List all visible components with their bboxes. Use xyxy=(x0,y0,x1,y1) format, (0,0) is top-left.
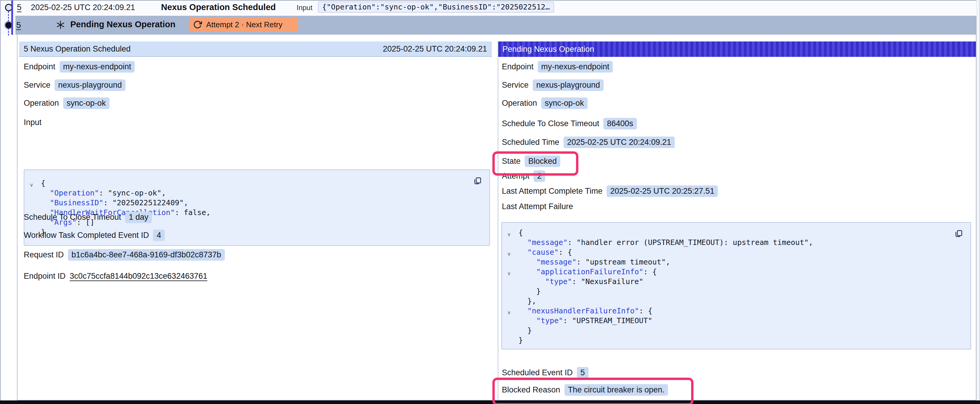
field-value-chip: nexus-playground xyxy=(54,79,126,91)
json-line: "BusinessID": "20250225122409", xyxy=(24,198,489,208)
field-label: Operation xyxy=(24,99,59,108)
json-line: ∨{ xyxy=(502,228,970,238)
event-timeline-gutter xyxy=(1,1,16,35)
field-row-state: StateBlocked xyxy=(502,155,560,167)
json-line: ∨"cause": { xyxy=(502,247,970,257)
panel-title: Pending Nexus Operation xyxy=(503,45,594,54)
field-label: State xyxy=(502,157,520,166)
field-row-service: Servicenexus-playground xyxy=(502,79,604,90)
timeline-node-filled-dot xyxy=(5,22,12,29)
window-border-left xyxy=(0,0,1,401)
field-label: Schedule To Close Timeout xyxy=(502,119,599,128)
event-id-link[interactable]: 5 xyxy=(16,21,21,30)
field-row-input: Input xyxy=(24,117,41,128)
json-line: ∨"applicationFailureInfo": { xyxy=(502,267,970,277)
json-viewer-last-attempt-failure: ∨{"message": "handler error (UPSTREAM_TI… xyxy=(501,222,971,350)
field-label: Blocked Reason xyxy=(502,385,560,394)
json-line: "type": "NexusFailure" xyxy=(502,277,970,287)
field-label: Request ID xyxy=(24,250,64,260)
field-row-schedule-to-close-timeout: Schedule To Close Timeout86400s xyxy=(502,118,637,129)
json-line: } xyxy=(502,325,970,335)
pending-asterisk-icon xyxy=(56,20,65,30)
field-row-attempt: Attempt2 xyxy=(502,170,545,182)
field-row-operation: Operationsync-op-ok xyxy=(24,97,110,109)
window-bottom-bar xyxy=(0,401,980,404)
field-value-chip: Blocked xyxy=(525,155,560,167)
field-value-chip: 4 xyxy=(153,230,165,241)
field-value-chip: 2025-02-25 UTC 20:24:09.21 xyxy=(563,136,675,148)
field-row-workflow-task-completed-event-id: Workflow Task Completed Event ID4 xyxy=(24,230,165,241)
field-row-endpoint: Endpointmy-nexus-endpoint xyxy=(24,61,135,72)
field-label: Service xyxy=(24,81,51,90)
retry-badge: Attempt 2 · Next Retry xyxy=(189,18,298,32)
field-label: Operation xyxy=(502,99,537,108)
event-detail-panel-scheduled: 5 Nexus Operation Scheduled 2025-02-25 U… xyxy=(19,41,492,401)
field-row-endpoint: Endpointmy-nexus-endpoint xyxy=(502,61,613,72)
field-row-scheduled-event-id: Scheduled Event ID5 xyxy=(502,367,589,378)
field-row-schedule-to-close-timeout: Schedule To Close Timeout1 day xyxy=(24,211,152,223)
panel-timestamp: 2025-02-25 UTC 20:24:09.21 xyxy=(383,44,487,54)
field-label: Input xyxy=(24,118,41,127)
panel-title: 5 Nexus Operation Scheduled xyxy=(24,44,130,54)
field-row-scheduled-time: Scheduled Time2025-02-25 UTC 20:24:09.21 xyxy=(502,136,675,148)
field-value-chip: sync-op-ok xyxy=(63,97,110,109)
event-time: 2025-02-25 UTC 20:24:09.21 xyxy=(31,3,135,12)
event-row-pending[interactable]: 5 Pending Nexus Operation Attempt 2 · Ne… xyxy=(16,16,977,35)
json-line: "Operation": "sync-op-ok", xyxy=(24,188,489,198)
field-value-chip: my-nexus-endpoint xyxy=(538,61,613,73)
field-label: Endpoint xyxy=(24,62,56,71)
field-label: Workflow Task Completed Event ID xyxy=(24,231,149,240)
field-label: Service xyxy=(502,81,528,90)
json-line: "message": "upstream timeout", xyxy=(502,257,970,267)
retry-icon xyxy=(193,20,202,29)
pending-event-title: Pending Nexus Operation xyxy=(70,19,176,29)
field-value-chip: my-nexus-endpoint xyxy=(60,61,135,73)
field-value-chip: 5 xyxy=(577,367,589,379)
json-line: }, xyxy=(502,296,970,306)
field-label: Scheduled Event ID xyxy=(502,368,573,377)
field-label: Last Attempt Failure xyxy=(502,202,573,211)
field-value-chip: 1 day xyxy=(125,211,152,223)
field-row-blocked-reason: Blocked ReasonThe circuit breaker is ope… xyxy=(502,384,668,395)
json-line: ∨{ xyxy=(24,178,489,188)
field-value-chip: The circuit breaker is open. xyxy=(565,384,668,396)
selected-event-indicator-bar xyxy=(11,1,13,35)
field-row-last-attempt-complete-time: Last Attempt Complete Time2025-02-25 UTC… xyxy=(502,185,718,196)
event-row-scheduled[interactable]: 5 2025-02-25 UTC 20:24:09.21 Nexus Opera… xyxy=(16,1,977,14)
panel-header-pending: Pending Nexus Operation xyxy=(498,41,976,57)
field-row-request-id: Request IDb1c6a4bc-8ee7-468a-9169-df3b02… xyxy=(24,249,225,260)
field-row-service: Servicenexus-playground xyxy=(24,79,126,90)
json-line: } xyxy=(502,335,970,345)
field-value-chip: sync-op-ok xyxy=(541,97,588,109)
retry-badge-label: Attempt 2 · Next Retry xyxy=(206,20,282,29)
field-label: Endpoint ID xyxy=(24,272,65,281)
field-label: Schedule To Close Timeout xyxy=(24,213,121,222)
field-value-chip: nexus-playground xyxy=(533,79,604,91)
json-line: ∨"nexusHandlerFailureInfo": { xyxy=(502,306,970,316)
field-value-link[interactable]: 3c0c75ccfa8144b092c13ce632463761 xyxy=(70,272,207,281)
field-value-chip: b1c6a4bc-8ee7-468a-9169-df3b02c8737b xyxy=(68,249,224,261)
field-value-chip: 86400s xyxy=(603,118,637,130)
json-line: "type": "UPSTREAM_TIMEOUT" xyxy=(502,316,970,325)
field-label: Endpoint xyxy=(502,62,534,71)
json-line: } xyxy=(502,287,970,296)
panel-header-scheduled: 5 Nexus Operation Scheduled 2025-02-25 U… xyxy=(19,41,492,57)
field-row-operation: Operationsync-op-ok xyxy=(502,97,588,109)
event-input-label: Input xyxy=(297,3,312,12)
field-row-endpoint-id: Endpoint ID3c0c75ccfa8144b092c13ce632463… xyxy=(24,271,207,282)
field-label: Last Attempt Complete Time xyxy=(502,187,602,196)
field-label: Scheduled Time xyxy=(502,138,559,147)
event-input-preview-chip[interactable]: {"Operation":"sync-op-ok","BusinessID":"… xyxy=(318,2,554,13)
json-line: "message": "handler error (UPSTREAM_TIME… xyxy=(502,238,970,247)
event-title: Nexus Operation Scheduled xyxy=(161,2,276,12)
field-label: Attempt xyxy=(502,171,530,181)
field-value-chip: 2025-02-25 UTC 20:25:27.51 xyxy=(606,185,718,197)
event-detail-panel-pending: Pending Nexus Operation ∨{"message": "ha… xyxy=(498,41,976,401)
scrollbar-gutter[interactable] xyxy=(977,0,980,401)
event-id-link[interactable]: 5 xyxy=(17,3,22,12)
field-row-last-attempt-failure: Last Attempt Failure xyxy=(502,201,573,212)
field-value-chip: 2 xyxy=(534,170,545,182)
